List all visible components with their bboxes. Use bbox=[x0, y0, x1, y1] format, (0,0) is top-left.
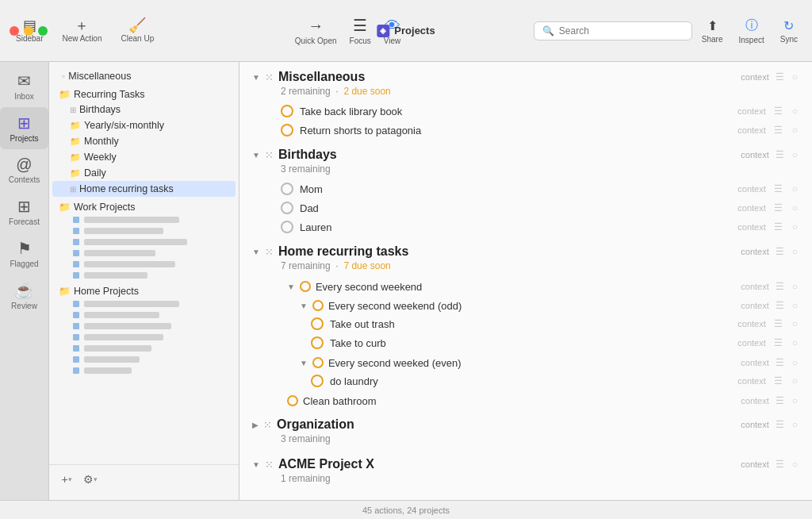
sidebar-item-review[interactable]: ☕ Review bbox=[0, 275, 48, 317]
clean-bathroom-flag[interactable]: ○ bbox=[791, 394, 799, 408]
task-flag-curb[interactable]: ○ bbox=[791, 336, 799, 350]
even-chevron[interactable]: ▼ bbox=[300, 359, 308, 367]
weekend-context[interactable]: context bbox=[741, 282, 768, 291]
sidebar-item-weekly[interactable]: 📁 Weekly bbox=[52, 149, 236, 165]
org-note-icon[interactable]: ☰ bbox=[774, 417, 786, 432]
task-row-do-laundry[interactable]: do laundry context ☰ ○ bbox=[239, 371, 812, 390]
task-context-laundry[interactable]: context bbox=[737, 376, 765, 386]
checkbox-trash[interactable] bbox=[311, 317, 324, 330]
task-flag-lauren[interactable]: ○ bbox=[791, 220, 799, 234]
sidebar-item-home-7[interactable] bbox=[49, 365, 239, 376]
checkbox-every-weekend[interactable] bbox=[300, 281, 311, 292]
sidebar-item-miscellaneous[interactable]: ◦ Miscellaneous bbox=[52, 68, 236, 84]
checkbox-laundry[interactable] bbox=[311, 375, 324, 387]
task-row-take-out-trash[interactable]: Take out trash context ☰ ○ bbox=[239, 314, 812, 333]
sidebar-item-work-2[interactable] bbox=[49, 225, 239, 236]
checkbox-clean-bathroom[interactable] bbox=[287, 395, 298, 406]
checkbox-odd[interactable] bbox=[312, 300, 324, 311]
clean-bathroom-row[interactable]: Clean bathroom context ☰ ○ bbox=[239, 390, 812, 409]
sidebar-item-work-4[interactable] bbox=[49, 248, 239, 259]
birthdays-chevron[interactable]: ▼ bbox=[252, 151, 260, 160]
birthdays-context[interactable]: context bbox=[741, 150, 768, 160]
task-context-mom[interactable]: context bbox=[737, 184, 765, 194]
sidebar-item-flagged[interactable]: ⚑ Flagged bbox=[0, 233, 48, 275]
weekend-chevron[interactable]: ▼ bbox=[287, 283, 295, 291]
task-row-return-shorts[interactable]: Return shorts to patagonia context ☰ ○ bbox=[239, 121, 812, 140]
new-action-button[interactable]: ＋ New Action bbox=[54, 15, 109, 46]
close-button[interactable] bbox=[10, 26, 19, 36]
odd-chevron[interactable]: ▼ bbox=[300, 302, 308, 310]
task-row-take-to-curb[interactable]: Take to curb context ☰ ○ bbox=[239, 333, 812, 352]
sync-button[interactable]: ↻ Sync bbox=[774, 15, 804, 47]
sidebar-item-work-1[interactable] bbox=[49, 214, 239, 225]
even-note[interactable]: ☰ bbox=[774, 356, 786, 370]
odd-note[interactable]: ☰ bbox=[774, 298, 786, 313]
task-flag-2[interactable]: ○ bbox=[791, 123, 799, 137]
acme-context[interactable]: context bbox=[741, 459, 768, 469]
even-context[interactable]: context bbox=[741, 358, 768, 367]
checkbox-return-shorts[interactable] bbox=[281, 124, 293, 136]
home-note-icon[interactable]: ☰ bbox=[774, 244, 786, 259]
checkbox-curb[interactable] bbox=[311, 336, 324, 349]
sidebar-group-recurring[interactable]: 📁 Recurring Tasks bbox=[52, 86, 236, 102]
task-note-2[interactable]: ☰ bbox=[772, 123, 784, 137]
org-chevron[interactable]: ▶ bbox=[252, 421, 259, 429]
clean-up-button[interactable]: 🧹 Clean Up bbox=[113, 15, 163, 46]
home-recurring-context[interactable]: context bbox=[741, 247, 768, 256]
checkbox-take-library[interactable] bbox=[281, 105, 293, 117]
miscellaneous-chevron[interactable]: ▼ bbox=[252, 73, 260, 82]
sidebar-item-birthdays[interactable]: ⊞ Birthdays bbox=[52, 102, 236, 117]
search-input[interactable] bbox=[559, 25, 670, 37]
minimize-button[interactable] bbox=[24, 26, 33, 36]
sidebar-item-forecast[interactable]: ⊞ Forecast bbox=[0, 190, 48, 233]
birthdays-note-icon[interactable]: ☰ bbox=[774, 148, 786, 162]
acme-flag-icon[interactable]: ○ bbox=[791, 457, 799, 471]
miscellaneous-note-icon[interactable]: ☰ bbox=[774, 70, 786, 84]
home-recurring-chevron[interactable]: ▼ bbox=[252, 248, 260, 256]
task-note-lauren[interactable]: ☰ bbox=[772, 220, 784, 234]
task-note-curb[interactable]: ☰ bbox=[772, 336, 784, 350]
odd-flag[interactable]: ○ bbox=[791, 298, 799, 313]
sidebar-item-contexts[interactable]: @ Contexts bbox=[0, 149, 48, 190]
sidebar-item-monthly[interactable]: 📁 Monthly bbox=[52, 133, 236, 149]
sidebar-item-work-6[interactable] bbox=[49, 270, 239, 281]
task-flag-dad[interactable]: ○ bbox=[791, 201, 799, 215]
miscellaneous-context[interactable]: context bbox=[741, 72, 768, 82]
task-note-laundry[interactable]: ☰ bbox=[772, 374, 784, 388]
acme-chevron[interactable]: ▼ bbox=[252, 460, 260, 469]
focus-button[interactable]: ☰ Focus bbox=[343, 13, 377, 48]
checkbox-lauren[interactable] bbox=[281, 221, 293, 233]
even-flag[interactable]: ○ bbox=[791, 356, 799, 370]
task-note-dad[interactable]: ☰ bbox=[772, 201, 784, 215]
org-flag-icon[interactable]: ○ bbox=[791, 417, 799, 432]
task-note-mom[interactable]: ☰ bbox=[772, 182, 784, 196]
task-context-lauren[interactable]: context bbox=[737, 222, 765, 232]
task-context-trash[interactable]: context bbox=[737, 319, 765, 329]
task-row-dad[interactable]: Dad context ☰ ○ bbox=[239, 198, 812, 217]
task-flag-1[interactable]: ○ bbox=[791, 104, 799, 118]
task-flag-mom[interactable]: ○ bbox=[791, 182, 799, 196]
task-row-mom[interactable]: Mom context ☰ ○ bbox=[239, 179, 812, 198]
checkbox-even[interactable] bbox=[312, 357, 324, 368]
task-note-trash[interactable]: ☰ bbox=[772, 317, 784, 331]
search-box[interactable]: 🔍 bbox=[534, 21, 692, 40]
sidebar-item-home-2[interactable] bbox=[49, 309, 239, 321]
sidebar-item-daily[interactable]: 📁 Daily bbox=[52, 165, 236, 181]
task-context-curb[interactable]: context bbox=[737, 338, 765, 348]
weekend-note[interactable]: ☰ bbox=[774, 279, 786, 294]
sidebar-item-home-4[interactable] bbox=[49, 332, 239, 343]
sidebar-item-home-6[interactable] bbox=[49, 354, 239, 365]
inspect-button[interactable]: ⓘ Inspect bbox=[733, 14, 771, 48]
sidebar-group-home[interactable]: 📁 Home Projects bbox=[52, 283, 236, 298]
sidebar-item-home-1[interactable] bbox=[49, 298, 239, 309]
weekend-flag[interactable]: ○ bbox=[791, 279, 799, 294]
task-row-lauren[interactable]: Lauren context ☰ ○ bbox=[239, 217, 812, 236]
org-context[interactable]: context bbox=[741, 420, 768, 429]
home-flag-icon[interactable]: ○ bbox=[791, 244, 799, 259]
add-project-button[interactable]: + ▾ bbox=[57, 470, 76, 489]
sidebar-group-work[interactable]: 📁 Work Projects bbox=[52, 198, 236, 214]
task-context-dad[interactable]: context bbox=[737, 203, 765, 213]
task-row-take-library-book[interactable]: Take back library book context ☰ ○ bbox=[239, 102, 812, 121]
task-flag-laundry[interactable]: ○ bbox=[791, 374, 799, 388]
task-context-1[interactable]: context bbox=[737, 106, 765, 116]
